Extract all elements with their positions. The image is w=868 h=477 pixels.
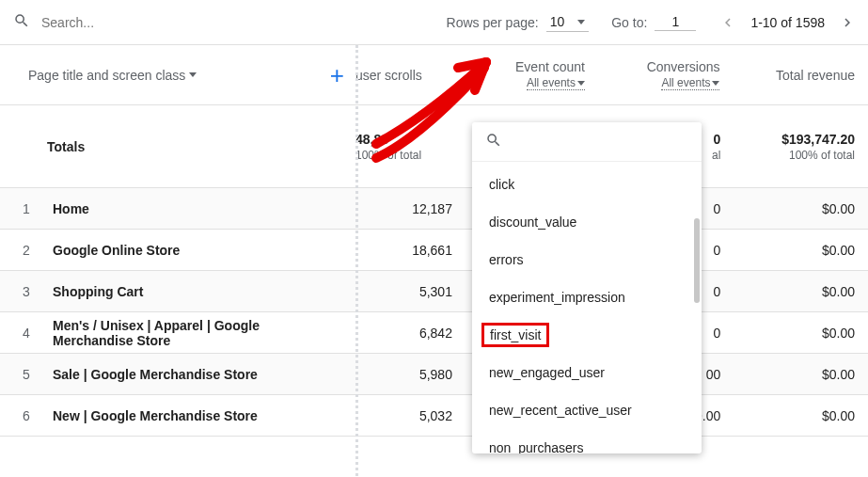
data-rows: Totals 48,88100% of total 0al $193,747.2…	[0, 105, 868, 437]
toolbar-right: Rows per page: 10 Go to: 1-10 of 1598	[447, 12, 860, 32]
row-index: 1	[0, 201, 53, 216]
row-name: Sale | Google Merchandise Store	[53, 367, 355, 382]
add-dimension-button[interactable]: +	[330, 63, 344, 87]
row-index: 3	[0, 284, 53, 299]
metric-header-conversions[interactable]: Conversions All events	[598, 45, 734, 104]
metric-label: Event count	[515, 59, 585, 74]
dropdown-list: clickdiscount_valueerrorsexperiment_impr…	[472, 162, 702, 453]
dropdown-item[interactable]: discount_value	[472, 203, 702, 241]
cell-revenue: $193,747.20100% of total	[734, 132, 868, 162]
event-filter-dropdown: clickdiscount_valueerrorsexperiment_impr…	[472, 122, 702, 453]
table-row[interactable]: 3Shopping Cart5,3010$0.00	[0, 271, 868, 312]
metric-label: user scrolls	[355, 68, 422, 83]
cell-scrolls: 5,980	[355, 367, 466, 382]
row-index: 5	[0, 367, 53, 382]
dimension-header[interactable]: Page title and screen class +	[0, 45, 355, 104]
chevron-down-icon	[189, 72, 197, 77]
cell-revenue: $0.00	[734, 201, 868, 216]
metric-label: Total revenue	[776, 68, 855, 83]
cell-revenue: $0.00	[734, 326, 868, 341]
metric-filter[interactable]: All events	[527, 76, 585, 90]
chevron-down-icon	[577, 81, 585, 86]
metric-filter[interactable]: All events	[661, 76, 719, 90]
dimension-label: Page title and screen class	[28, 68, 185, 83]
table-row[interactable]: 1Home12,1870$0.00	[0, 188, 868, 230]
metric-label: Conversions	[647, 59, 720, 74]
row-name: Men's / Unisex | Apparel | Google Mercha…	[53, 318, 355, 348]
cell-scrolls: 12,187	[355, 201, 466, 216]
rows-per-page-value: 10	[550, 14, 565, 29]
chevron-down-icon	[712, 81, 719, 86]
table-row[interactable]: 2Google Online Store18,6610$0.00	[0, 230, 868, 271]
totals-row: Totals 48,88100% of total 0al $193,747.2…	[0, 105, 868, 188]
scrollbar-thumb[interactable]	[694, 218, 700, 303]
next-page-button[interactable]	[838, 13, 857, 32]
row-index: 2	[0, 243, 53, 258]
cell-revenue: $0.00	[734, 243, 868, 258]
search-icon	[485, 132, 502, 151]
cell-revenue: $0.00	[734, 367, 868, 382]
dropdown-search[interactable]	[472, 122, 702, 162]
table-row[interactable]: 6New | Google Merchandise Store5,03294,0…	[0, 395, 868, 437]
row-index: 4	[0, 326, 53, 341]
table-row[interactable]: 4Men's / Unisex | Apparel | Google Merch…	[0, 312, 868, 354]
rows-per-page-select[interactable]: 10	[546, 12, 590, 32]
chevron-down-icon	[577, 20, 585, 24]
pagination-range: 1-10 of 1598	[750, 15, 825, 30]
goto-input[interactable]	[655, 13, 696, 31]
dropdown-item[interactable]: new_recent_active_user	[472, 391, 702, 429]
table-row[interactable]: 5Sale | Google Merchandise Store5,98000$…	[0, 354, 868, 395]
row-name: Home	[53, 201, 355, 216]
rows-per-page-label: Rows per page:	[447, 15, 539, 30]
cell-revenue: $0.00	[734, 408, 868, 423]
dropdown-item[interactable]: first_visit	[472, 316, 702, 354]
toolbar: Rows per page: 10 Go to: 1-10 of 1598	[0, 0, 868, 45]
dropdown-item[interactable]: click	[472, 166, 702, 203]
row-name: Google Online Store	[53, 243, 355, 258]
column-headers: Page title and screen class + user scrol…	[0, 45, 868, 105]
cell-scrolls: 6,842	[355, 326, 466, 341]
search-input[interactable]	[39, 14, 265, 31]
row-index: 6	[0, 408, 53, 423]
dropdown-item[interactable]: experiment_impression	[472, 278, 702, 316]
prev-page-button[interactable]	[718, 13, 737, 32]
search-wrap	[8, 12, 447, 32]
dropdown-item[interactable]: non_purchasers	[472, 429, 702, 453]
cell-scrolls: 5,032	[355, 408, 466, 423]
cell-scrolls: 5,301	[355, 284, 466, 299]
totals-label: Totals	[47, 139, 350, 154]
metric-header-revenue[interactable]: Total revenue	[733, 45, 868, 104]
dropdown-item[interactable]: errors	[472, 241, 702, 278]
metric-header-event-count[interactable]: Event count All events	[463, 45, 598, 104]
dropdown-item[interactable]: new_engaged_user	[472, 354, 702, 391]
cell-revenue: $0.00	[734, 284, 868, 299]
cell-scrolls: 18,661	[355, 243, 466, 258]
row-name: Shopping Cart	[53, 284, 355, 299]
row-name: New | Google Merchandise Store	[53, 408, 355, 423]
search-icon	[13, 12, 30, 32]
metric-header-scrolls[interactable]: user scrolls	[355, 45, 463, 104]
goto-label: Go to:	[611, 15, 647, 30]
cell-scrolls: 48,88100% of total	[350, 132, 466, 162]
